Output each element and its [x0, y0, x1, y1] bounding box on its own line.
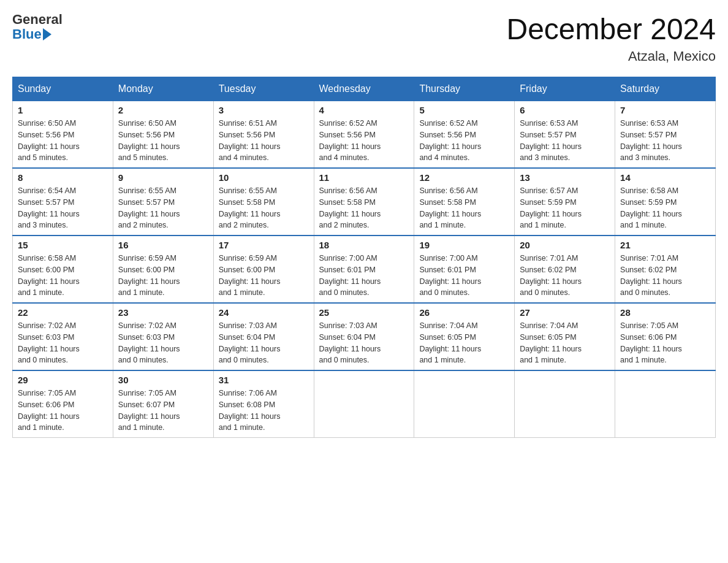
calendar-cell: 5 Sunrise: 6:52 AM Sunset: 5:56 PM Dayli… [414, 101, 515, 169]
day-info: Sunrise: 6:57 AM Sunset: 5:59 PM Dayligh… [520, 185, 610, 231]
header-sunday: Sunday [13, 77, 113, 101]
day-info: Sunrise: 6:50 AM Sunset: 5:56 PM Dayligh… [18, 118, 108, 164]
calendar-week-row: 22 Sunrise: 7:02 AM Sunset: 6:03 PM Dayl… [13, 303, 716, 370]
day-number: 2 [118, 105, 208, 115]
calendar-subtitle: Atzala, Mexico [506, 48, 716, 64]
header-tuesday: Tuesday [213, 77, 314, 101]
day-info: Sunrise: 7:05 AM Sunset: 6:07 PM Dayligh… [118, 388, 208, 434]
header-wednesday: Wednesday [314, 77, 414, 101]
day-info: Sunrise: 7:02 AM Sunset: 6:03 PM Dayligh… [18, 320, 108, 366]
logo-triangle-icon [43, 28, 51, 40]
day-info: Sunrise: 6:53 AM Sunset: 5:57 PM Dayligh… [520, 118, 610, 164]
calendar-cell: 9 Sunrise: 6:55 AM Sunset: 5:57 PM Dayli… [113, 168, 213, 236]
day-info: Sunrise: 6:50 AM Sunset: 5:56 PM Dayligh… [118, 118, 208, 164]
day-info: Sunrise: 7:05 AM Sunset: 6:06 PM Dayligh… [620, 320, 710, 366]
day-info: Sunrise: 7:06 AM Sunset: 6:08 PM Dayligh… [219, 388, 309, 434]
logo: General Blue [12, 12, 63, 42]
calendar-cell: 28 Sunrise: 7:05 AM Sunset: 6:06 PM Dayl… [615, 303, 716, 370]
day-number: 19 [419, 240, 509, 250]
calendar-cell [314, 370, 414, 438]
day-number: 26 [419, 307, 509, 318]
calendar-cell [414, 370, 515, 438]
day-number: 17 [219, 240, 309, 250]
calendar-cell: 7 Sunrise: 6:53 AM Sunset: 5:57 PM Dayli… [615, 101, 716, 169]
day-info: Sunrise: 6:54 AM Sunset: 5:57 PM Dayligh… [18, 185, 108, 231]
day-number: 1 [18, 105, 108, 115]
day-info: Sunrise: 6:53 AM Sunset: 5:57 PM Dayligh… [620, 118, 710, 164]
calendar-cell: 10 Sunrise: 6:55 AM Sunset: 5:58 PM Dayl… [213, 168, 314, 236]
day-info: Sunrise: 7:05 AM Sunset: 6:06 PM Dayligh… [18, 388, 108, 434]
day-info: Sunrise: 7:00 AM Sunset: 6:01 PM Dayligh… [419, 253, 509, 299]
day-number: 5 [419, 105, 509, 115]
header-friday: Friday [515, 77, 615, 101]
day-number: 22 [18, 307, 108, 318]
page-header: General Blue December 2024 Atzala, Mexic… [12, 12, 716, 64]
day-number: 13 [520, 172, 610, 183]
calendar-cell: 29 Sunrise: 7:05 AM Sunset: 6:06 PM Dayl… [13, 370, 113, 438]
day-info: Sunrise: 6:58 AM Sunset: 5:59 PM Dayligh… [620, 185, 710, 231]
day-number: 18 [319, 240, 409, 250]
calendar-cell: 15 Sunrise: 6:58 AM Sunset: 6:00 PM Dayl… [13, 236, 113, 303]
calendar-week-row: 15 Sunrise: 6:58 AM Sunset: 6:00 PM Dayl… [13, 236, 716, 303]
calendar-cell: 31 Sunrise: 7:06 AM Sunset: 6:08 PM Dayl… [213, 370, 314, 438]
day-number: 16 [118, 240, 208, 250]
day-number: 14 [620, 172, 710, 183]
calendar-cell: 4 Sunrise: 6:52 AM Sunset: 5:56 PM Dayli… [314, 101, 414, 169]
calendar-cell: 18 Sunrise: 7:00 AM Sunset: 6:01 PM Dayl… [314, 236, 414, 303]
header-saturday: Saturday [615, 77, 716, 101]
day-info: Sunrise: 6:58 AM Sunset: 6:00 PM Dayligh… [18, 253, 108, 299]
calendar-cell: 19 Sunrise: 7:00 AM Sunset: 6:01 PM Dayl… [414, 236, 515, 303]
calendar-cell: 11 Sunrise: 6:56 AM Sunset: 5:58 PM Dayl… [314, 168, 414, 236]
day-info: Sunrise: 6:59 AM Sunset: 6:00 PM Dayligh… [219, 253, 309, 299]
calendar-cell: 21 Sunrise: 7:01 AM Sunset: 6:02 PM Dayl… [615, 236, 716, 303]
title-block: December 2024 Atzala, Mexico [506, 12, 716, 64]
day-number: 29 [18, 375, 108, 385]
day-number: 15 [18, 240, 108, 250]
calendar-cell [515, 370, 615, 438]
day-number: 30 [118, 375, 208, 385]
day-info: Sunrise: 7:00 AM Sunset: 6:01 PM Dayligh… [319, 253, 409, 299]
calendar-header-row: SundayMondayTuesdayWednesdayThursdayFrid… [13, 77, 716, 101]
day-info: Sunrise: 6:56 AM Sunset: 5:58 PM Dayligh… [419, 185, 509, 231]
calendar-cell: 24 Sunrise: 7:03 AM Sunset: 6:04 PM Dayl… [213, 303, 314, 370]
calendar-cell: 22 Sunrise: 7:02 AM Sunset: 6:03 PM Dayl… [13, 303, 113, 370]
calendar-cell: 17 Sunrise: 6:59 AM Sunset: 6:00 PM Dayl… [213, 236, 314, 303]
day-number: 3 [219, 105, 309, 115]
calendar-cell: 23 Sunrise: 7:02 AM Sunset: 6:03 PM Dayl… [113, 303, 213, 370]
calendar-cell: 16 Sunrise: 6:59 AM Sunset: 6:00 PM Dayl… [113, 236, 213, 303]
day-number: 7 [620, 105, 710, 115]
day-number: 4 [319, 105, 409, 115]
calendar-cell: 3 Sunrise: 6:51 AM Sunset: 5:56 PM Dayli… [213, 101, 314, 169]
calendar-cell: 20 Sunrise: 7:01 AM Sunset: 6:02 PM Dayl… [515, 236, 615, 303]
day-info: Sunrise: 6:55 AM Sunset: 5:57 PM Dayligh… [118, 185, 208, 231]
day-number: 24 [219, 307, 309, 318]
calendar-table: SundayMondayTuesdayWednesdayThursdayFrid… [12, 77, 716, 438]
day-number: 9 [118, 172, 208, 183]
calendar-week-row: 1 Sunrise: 6:50 AM Sunset: 5:56 PM Dayli… [13, 101, 716, 169]
day-number: 31 [219, 375, 309, 385]
logo-general: General [12, 12, 63, 27]
calendar-cell: 12 Sunrise: 6:56 AM Sunset: 5:58 PM Dayl… [414, 168, 515, 236]
calendar-cell: 13 Sunrise: 6:57 AM Sunset: 5:59 PM Dayl… [515, 168, 615, 236]
calendar-cell: 25 Sunrise: 7:03 AM Sunset: 6:04 PM Dayl… [314, 303, 414, 370]
day-number: 11 [319, 172, 409, 183]
day-info: Sunrise: 7:03 AM Sunset: 6:04 PM Dayligh… [219, 320, 309, 366]
day-info: Sunrise: 6:55 AM Sunset: 5:58 PM Dayligh… [219, 185, 309, 231]
day-info: Sunrise: 7:03 AM Sunset: 6:04 PM Dayligh… [319, 320, 409, 366]
calendar-cell: 2 Sunrise: 6:50 AM Sunset: 5:56 PM Dayli… [113, 101, 213, 169]
day-number: 25 [319, 307, 409, 318]
calendar-cell: 30 Sunrise: 7:05 AM Sunset: 6:07 PM Dayl… [113, 370, 213, 438]
calendar-cell [615, 370, 716, 438]
calendar-cell: 27 Sunrise: 7:04 AM Sunset: 6:05 PM Dayl… [515, 303, 615, 370]
day-number: 27 [520, 307, 610, 318]
day-info: Sunrise: 7:04 AM Sunset: 6:05 PM Dayligh… [520, 320, 610, 366]
day-info: Sunrise: 6:51 AM Sunset: 5:56 PM Dayligh… [219, 118, 309, 164]
day-info: Sunrise: 7:01 AM Sunset: 6:02 PM Dayligh… [620, 253, 710, 299]
calendar-cell: 6 Sunrise: 6:53 AM Sunset: 5:57 PM Dayli… [515, 101, 615, 169]
day-number: 8 [18, 172, 108, 183]
day-info: Sunrise: 6:56 AM Sunset: 5:58 PM Dayligh… [319, 185, 409, 231]
header-thursday: Thursday [414, 77, 515, 101]
calendar-cell: 8 Sunrise: 6:54 AM Sunset: 5:57 PM Dayli… [13, 168, 113, 236]
day-info: Sunrise: 7:02 AM Sunset: 6:03 PM Dayligh… [118, 320, 208, 366]
day-info: Sunrise: 7:01 AM Sunset: 6:02 PM Dayligh… [520, 253, 610, 299]
